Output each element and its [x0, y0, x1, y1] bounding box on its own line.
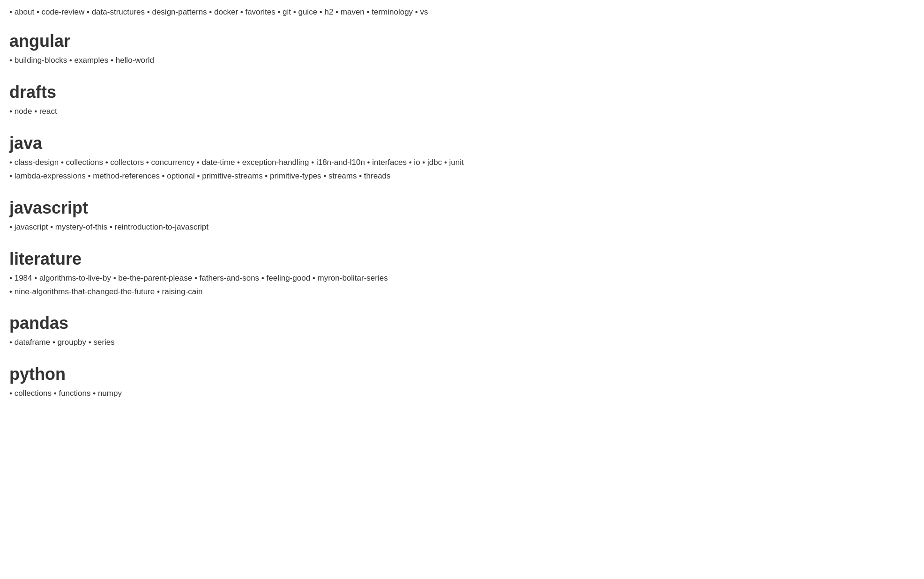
section-tags-angular: • building-blocks • examples • hello-wor…	[9, 54, 915, 67]
section-title-literature: literature	[9, 249, 915, 269]
section-tags-java: • class-design • collections • collector…	[9, 156, 915, 183]
section-pandas: pandas• dataframe • groupby • series	[9, 313, 915, 349]
section-tags-javascript: • javascript • mystery-of-this • reintro…	[9, 221, 915, 234]
section-tags-pandas: • dataframe • groupby • series	[9, 336, 915, 349]
section-title-drafts: drafts	[9, 82, 915, 102]
section-drafts: drafts• node • react	[9, 82, 915, 119]
section-title-java: java	[9, 134, 915, 153]
section-literature: literature• 1984 • algorithms-to-live-by…	[9, 249, 915, 299]
section-title-javascript: javascript	[9, 198, 915, 218]
section-java: java• class-design • collections • colle…	[9, 134, 915, 183]
section-title-angular: angular	[9, 31, 915, 51]
section-python: python• collections • functions • numpy	[9, 364, 915, 401]
section-tags-python: • collections • functions • numpy	[9, 387, 915, 401]
top-tags-row: • about • code-review • data-structures …	[9, 6, 915, 18]
section-tags-literature: • 1984 • algorithms-to-live-by • be-the-…	[9, 272, 915, 299]
section-title-python: python	[9, 364, 915, 384]
section-tags-drafts: • node • react	[9, 105, 915, 119]
section-javascript: javascript• javascript • mystery-of-this…	[9, 198, 915, 234]
section-angular: angular• building-blocks • examples • he…	[9, 31, 915, 67]
section-title-pandas: pandas	[9, 313, 915, 333]
